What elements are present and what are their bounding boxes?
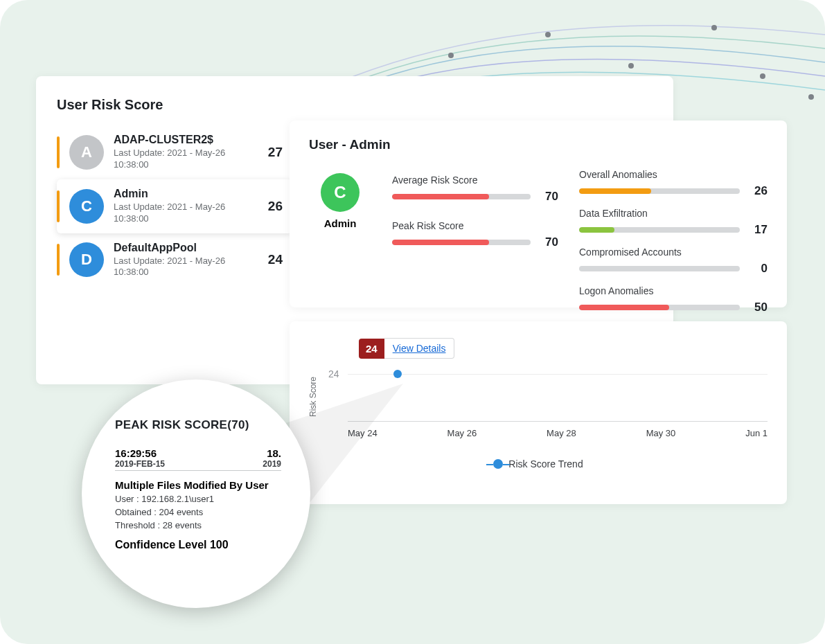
bar-track <box>579 266 740 271</box>
x-tick: May 24 <box>348 428 378 438</box>
anomaly-item: Data Exfiltration17 <box>579 208 768 237</box>
zoom-confidence: Confidence Level 100 <box>115 539 281 551</box>
chart-x-ticks: May 24May 26May 28May 30Jun 1 <box>348 428 768 438</box>
user-last-update: Last Update: 2021 - May-26 10:38:00 <box>114 202 258 225</box>
bar-track <box>392 194 531 199</box>
zoom-time-2: 18. <box>267 447 281 459</box>
anomaly-metrics: Overall Anomalies26Data Exfiltration17Co… <box>579 169 768 314</box>
anomaly-item: Logon Anomalies50 <box>579 285 768 314</box>
bar-fill <box>579 188 651 194</box>
risk-metric-item: Peak Risk Score70 <box>392 220 558 249</box>
zoom-obtained-line: Obtained : 204 events <box>115 507 281 517</box>
zoom-date-1: 2019-FEB-15 <box>115 459 165 469</box>
bar-value: 70 <box>539 235 558 249</box>
chart-data-point[interactable] <box>393 370 402 378</box>
metric-label: Peak Risk Score <box>392 220 558 231</box>
svg-point-6 <box>808 94 814 100</box>
x-tick: Jun 1 <box>745 428 768 438</box>
x-tick: May 26 <box>447 428 477 438</box>
bar-track <box>579 188 740 194</box>
bar-track <box>392 240 531 245</box>
bar-value: 70 <box>539 190 558 204</box>
accent-bar <box>57 190 60 222</box>
svg-point-2 <box>545 32 551 37</box>
x-tick: May 28 <box>547 428 576 438</box>
chart-x-axis <box>348 421 768 422</box>
bar-track <box>579 305 740 310</box>
risk-metric-item: Average Risk Score70 <box>392 175 558 204</box>
bar-fill <box>579 227 614 233</box>
detail-avatar: C <box>321 173 360 212</box>
chart-area[interactable]: Risk Score 24 24 View Details May 24May … <box>331 338 768 456</box>
bar-fill <box>579 305 669 310</box>
legend-label: Risk Score Trend <box>508 458 583 469</box>
zoom-time-1: 16:29:56 <box>115 447 165 459</box>
bar-value: 0 <box>748 262 768 276</box>
svg-point-1 <box>448 53 454 58</box>
bar-fill <box>392 194 489 199</box>
legend-marker-icon <box>493 459 503 469</box>
bar-value: 50 <box>748 301 768 314</box>
x-tick: May 30 <box>646 428 676 438</box>
user-row[interactable]: DDefaultAppPoolLast Update: 2021 - May-2… <box>57 233 292 287</box>
detail-avatar-label: Admin <box>324 217 357 229</box>
user-last-update: Last Update: 2021 - May-26 10:38:00 <box>114 147 258 171</box>
user-score: 27 <box>268 145 283 160</box>
chart-legend: Risk Score Trend <box>309 458 768 469</box>
zoom-user-line: User : 192.168.2.1\user1 <box>115 494 281 504</box>
user-row[interactable]: CAdminLast Update: 2021 - May-26 10:38:0… <box>57 179 292 233</box>
zoom-title: PEAK RISK SCORE(70) <box>115 418 281 432</box>
detail-title: User - Admin <box>309 137 768 152</box>
chart-y-tick: 24 <box>328 368 339 379</box>
risk-metrics: Average Risk Score70Peak Risk Score70 <box>392 169 558 314</box>
metric-label: Data Exfiltration <box>579 208 768 219</box>
metric-label: Compromised Accounts <box>579 247 768 258</box>
user-row[interactable]: AADAP-CLUSTER2$Last Update: 2021 - May-2… <box>57 125 292 179</box>
anomaly-item: Compromised Accounts0 <box>579 247 768 276</box>
anomaly-item: Overall Anomalies26 <box>579 169 768 198</box>
metric-label: Logon Anomalies <box>579 285 768 296</box>
metric-label: Overall Anomalies <box>579 169 768 180</box>
svg-point-3 <box>628 63 634 69</box>
chart-tooltip: 24 View Details <box>359 338 454 359</box>
chart-gridline <box>348 374 768 375</box>
metric-label: Average Risk Score <box>392 175 558 186</box>
bar-fill <box>392 240 489 245</box>
chart-y-axis-label: Risk Score <box>308 377 318 417</box>
bar-track <box>579 227 740 233</box>
peak-risk-detail-popup: PEAK RISK SCORE(70) 16:29:56 2019-FEB-15… <box>82 379 310 608</box>
avatar: C <box>69 189 104 224</box>
svg-point-4 <box>711 25 717 30</box>
accent-bar <box>57 136 60 168</box>
user-list: AADAP-CLUSTER2$Last Update: 2021 - May-2… <box>57 125 292 287</box>
user-score: 24 <box>268 252 283 267</box>
zoom-event-title: Multiple Files Modified By User <box>115 479 281 491</box>
bar-value: 26 <box>748 184 768 198</box>
user-name: ADAP-CLUSTER2$ <box>114 134 258 146</box>
svg-point-5 <box>760 73 765 79</box>
user-name: DefaultAppPool <box>114 242 258 254</box>
zoom-threshold-line: Threshold : 28 events <box>115 520 281 530</box>
user-detail-panel: User - Admin C Admin Average Risk Score7… <box>290 120 787 307</box>
view-details-link[interactable]: View Details <box>384 338 455 359</box>
user-name: Admin <box>114 188 258 200</box>
avatar: D <box>69 242 104 277</box>
bar-value: 17 <box>748 223 768 237</box>
avatar: A <box>69 135 104 170</box>
zoom-date-2: 2019 <box>263 459 281 469</box>
panel-title: User Risk Score <box>57 97 673 113</box>
accent-bar <box>57 244 60 276</box>
risk-trend-panel: Risk Score 24 24 View Details May 24May … <box>290 321 787 504</box>
user-score: 26 <box>268 199 283 214</box>
tooltip-value: 24 <box>359 339 384 359</box>
user-last-update: Last Update: 2021 - May-26 10:38:00 <box>114 256 258 279</box>
